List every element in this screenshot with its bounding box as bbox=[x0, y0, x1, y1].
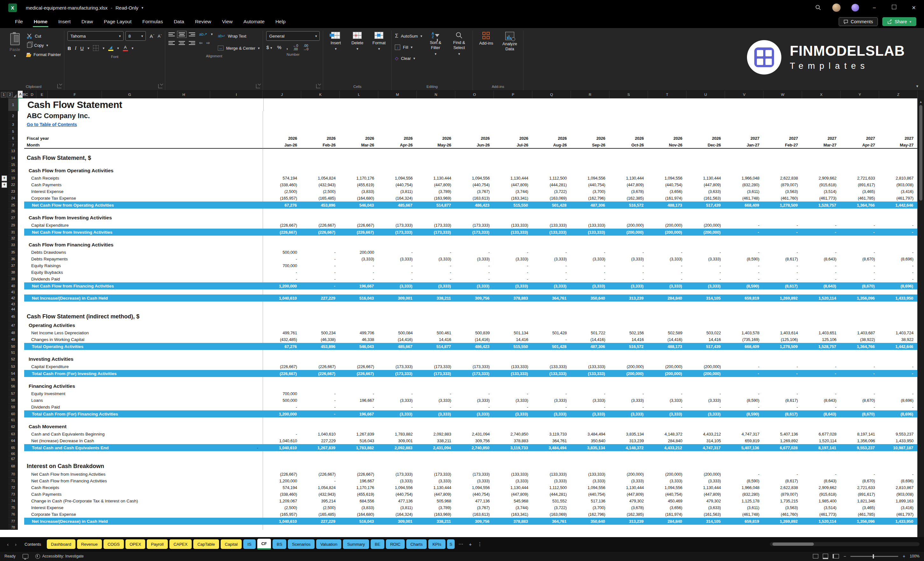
cell-N40[interactable]: (3,333) bbox=[417, 282, 455, 290]
user-avatar[interactable] bbox=[832, 3, 841, 12]
more-sheets-icon[interactable]: ⋯ bbox=[456, 541, 465, 547]
cell-L35[interactable]: 200,000 bbox=[340, 249, 379, 256]
sheet-tab-scenarios[interactable]: Scenarios bbox=[288, 539, 315, 549]
zoom-slider-thumb[interactable] bbox=[873, 554, 874, 558]
cell-N23[interactable]: (3,789) bbox=[417, 188, 456, 195]
cell-J22[interactable]: (338,460) bbox=[263, 182, 302, 188]
menu-tab-home[interactable]: Home bbox=[28, 15, 53, 28]
close-button[interactable]: ✕ bbox=[909, 5, 918, 11]
cell-M23[interactable]: (3,811) bbox=[379, 188, 417, 195]
row-number-38[interactable]: 38 bbox=[8, 269, 18, 276]
cell-Y35[interactable]: - bbox=[841, 249, 879, 256]
cell-Q75[interactable]: (3,722) bbox=[532, 504, 571, 511]
cell-R59[interactable]: - bbox=[571, 404, 610, 410]
cell-Z49[interactable]: 38,922 bbox=[879, 336, 918, 343]
row-label-cell[interactable]: Net Income Less Depreciation bbox=[24, 330, 262, 336]
row-number-74[interactable]: 74 bbox=[8, 498, 18, 504]
row-label-cell[interactable]: Net Cash Flow from Financing Activities bbox=[24, 478, 262, 484]
cell-U70[interactable]: (200,000) bbox=[687, 471, 725, 478]
decrease-decimal-icon[interactable]: .00→0 bbox=[303, 44, 308, 51]
cell-J77[interactable]: 1,040,610 bbox=[262, 518, 301, 525]
cell-K70[interactable]: (226,667) bbox=[302, 471, 340, 478]
row-label-cell[interactable]: Debts Drawdowns bbox=[24, 249, 262, 256]
cell-Z59[interactable]: - bbox=[879, 404, 918, 410]
borders-icon[interactable] bbox=[93, 45, 99, 51]
cell-Y38[interactable]: - bbox=[841, 269, 879, 276]
cell-R48[interactable]: 501,722 bbox=[571, 330, 610, 336]
cell-O48[interactable]: 500,839 bbox=[456, 330, 494, 336]
cell-L77[interactable]: 516,043 bbox=[340, 518, 378, 525]
cell-J63[interactable]: - bbox=[263, 431, 302, 438]
cell-R64[interactable]: 350,640 bbox=[571, 438, 610, 444]
cell-N60[interactable]: (3,333) bbox=[417, 410, 455, 417]
cell-U49[interactable]: 14,416 bbox=[687, 336, 725, 343]
cell-U50[interactable]: 517,439 bbox=[687, 343, 725, 350]
cell-W7[interactable]: Feb-27 bbox=[764, 142, 802, 148]
tab-scroll-right-icon[interactable]: › bbox=[12, 542, 19, 547]
cell-L42[interactable]: 516,043 bbox=[340, 294, 378, 302]
cell-L24[interactable]: (164,680) bbox=[340, 195, 379, 201]
cell-T39[interactable]: - bbox=[648, 276, 687, 282]
cell-J64[interactable]: 1,040,610 bbox=[263, 438, 302, 444]
cell-R74[interactable]: 517,136 bbox=[571, 498, 610, 504]
row-label-cell[interactable]: Investing Activities bbox=[24, 355, 262, 363]
cell-O63[interactable]: 2,431,094 bbox=[456, 431, 494, 438]
cell-Q76[interactable]: (163,069) bbox=[532, 511, 571, 518]
cell-Z72[interactable]: 2,810,867 bbox=[879, 484, 918, 491]
cell-U36[interactable]: (3,333) bbox=[687, 256, 725, 262]
cell-P25[interactable]: 515,550 bbox=[494, 201, 532, 208]
cell-W29[interactable]: - bbox=[764, 222, 802, 229]
row-number-54[interactable]: 54 bbox=[8, 370, 18, 377]
row-number-1[interactable]: 1 bbox=[8, 98, 18, 111]
cell-K29[interactable]: (226,667) bbox=[302, 222, 340, 229]
row-label-cell[interactable] bbox=[24, 451, 262, 456]
cell-O70[interactable]: (173,333) bbox=[456, 471, 494, 478]
cell-N42[interactable]: 338,211 bbox=[417, 294, 455, 302]
italic-button[interactable]: I bbox=[75, 45, 76, 51]
cell-J35[interactable]: 500,000 bbox=[263, 249, 302, 256]
row-number-78[interactable]: 78 bbox=[8, 525, 18, 530]
cell-Q57[interactable]: - bbox=[532, 390, 571, 397]
cell-M63[interactable]: 1,783,882 bbox=[379, 431, 417, 438]
cell-S73[interactable]: (447,809) bbox=[610, 491, 648, 498]
cell-T57[interactable]: - bbox=[648, 390, 687, 397]
cell-L40[interactable]: 196,667 bbox=[340, 282, 378, 290]
cell-X76[interactable]: (461,773) bbox=[802, 511, 841, 518]
cell-M31[interactable]: (173,333) bbox=[378, 229, 417, 236]
row-number-67[interactable]: 67 bbox=[8, 456, 18, 461]
cell-U42[interactable]: 314,105 bbox=[687, 294, 725, 302]
cell-U35[interactable]: - bbox=[687, 249, 725, 256]
page-break-view-icon[interactable] bbox=[832, 554, 839, 558]
cell-M6[interactable]: 2026 bbox=[379, 135, 417, 142]
row-number-32[interactable]: 32 bbox=[8, 236, 18, 241]
font-size-select[interactable]: 8▾ bbox=[126, 31, 146, 41]
cell-M35[interactable]: - bbox=[379, 249, 417, 256]
cell-P22[interactable]: (447,809) bbox=[494, 182, 532, 188]
cell-Z60[interactable]: (8,696) bbox=[879, 410, 918, 417]
orientation-chevron[interactable]: ▾ bbox=[211, 32, 213, 36]
row-label-cell[interactable] bbox=[24, 236, 262, 241]
decrease-indent-icon[interactable]: ⇦ bbox=[199, 40, 202, 45]
cell-Z63[interactable]: 9,553,237 bbox=[879, 431, 918, 438]
cell-T70[interactable]: (200,000) bbox=[648, 471, 687, 478]
cell-W53[interactable]: - bbox=[764, 363, 802, 370]
cell-X70[interactable]: - bbox=[802, 471, 841, 478]
cell-O74[interactable]: 477,136 bbox=[456, 498, 494, 504]
cell-Y36[interactable]: (8,670) bbox=[841, 256, 879, 262]
row-label-cell[interactable]: Cash Receipts bbox=[24, 484, 262, 491]
row-number-55[interactable]: 55 bbox=[8, 377, 18, 382]
cell-X48[interactable]: 1,403,651 bbox=[802, 330, 841, 336]
sheet-tab-is[interactable]: IS bbox=[243, 539, 255, 549]
cell-R39[interactable]: - bbox=[571, 276, 610, 282]
cell-M64[interactable]: 309,001 bbox=[379, 438, 417, 444]
cell-P29[interactable]: (133,333) bbox=[494, 222, 532, 229]
cell-T71[interactable]: (3,333) bbox=[648, 478, 687, 484]
row-label-cell[interactable]: Total Cash and Cash Equivalents End- bbox=[24, 444, 262, 451]
cell-S54[interactable]: (200,000) bbox=[609, 370, 648, 377]
copy-button[interactable]: Copy ▾ bbox=[26, 41, 61, 50]
cell-T49[interactable]: (14,416) bbox=[648, 336, 687, 343]
cell-Q49[interactable]: - bbox=[532, 336, 571, 343]
cell-Y40[interactable]: (8,670) bbox=[841, 282, 879, 290]
cell-N63[interactable]: 2,092,883 bbox=[417, 431, 456, 438]
row-label-cell[interactable]: Cash Flow Statement (indirect method), $ bbox=[24, 312, 262, 321]
